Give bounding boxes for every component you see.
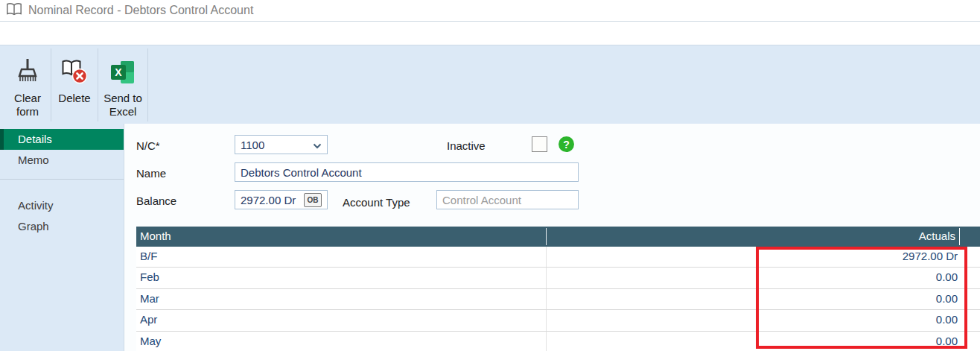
actuals-cell: 0.00 bbox=[936, 271, 958, 283]
sidebar-item-details[interactable]: Details bbox=[0, 129, 124, 150]
balance-input[interactable]: 2972.00 Dr OB bbox=[235, 190, 328, 209]
account-type-value: Control Account bbox=[442, 194, 521, 206]
send-to-excel-label: Send to Excel bbox=[98, 92, 147, 118]
actuals-column-header[interactable]: Actuals bbox=[919, 230, 955, 242]
month-cell: Mar bbox=[140, 292, 159, 305]
send-to-excel-button[interactable]: X Send to Excel bbox=[98, 45, 147, 124]
inactive-label: Inactive bbox=[447, 139, 486, 152]
actuals-cell: 0.00 bbox=[936, 292, 958, 305]
header-spacer bbox=[0, 22, 980, 45]
month-cell: Feb bbox=[140, 271, 159, 283]
svg-text:X: X bbox=[115, 66, 122, 78]
toolbar-separator bbox=[147, 48, 148, 121]
delete-label: Delete bbox=[58, 92, 90, 105]
column-divider bbox=[546, 310, 547, 330]
main-panel: Details Memo Activity Graph N/C* 1100 In… bbox=[0, 124, 980, 351]
opening-balance-button[interactable]: OB bbox=[304, 193, 322, 207]
table-row[interactable]: B/F 2972.00 Dr bbox=[136, 247, 980, 268]
delete-button[interactable]: Delete bbox=[51, 45, 98, 124]
chevron-down-icon[interactable] bbox=[313, 139, 322, 151]
help-question-icon[interactable]: ? bbox=[559, 136, 574, 152]
months-table: Month Actuals B/F 2972.00 Dr Feb 0.00 Ma… bbox=[136, 227, 980, 351]
open-book-icon bbox=[6, 2, 22, 19]
balance-value: 2972.00 Dr bbox=[241, 194, 296, 206]
actuals-cell: 0.00 bbox=[936, 313, 958, 326]
month-cell: Apr bbox=[140, 313, 157, 326]
actuals-cell: 0.00 bbox=[936, 335, 958, 347]
column-divider bbox=[546, 289, 547, 309]
month-cell: May bbox=[140, 335, 161, 347]
table-header: Month Actuals bbox=[136, 227, 980, 247]
account-type-label: Account Type bbox=[343, 196, 410, 209]
table-row[interactable]: Mar 0.00 bbox=[136, 289, 980, 310]
book-delete-icon bbox=[58, 54, 91, 90]
nc-value: 1100 bbox=[241, 139, 264, 151]
actuals-cell: 2972.00 Dr bbox=[903, 250, 958, 262]
table-body: B/F 2972.00 Dr Feb 0.00 Mar 0.00 Apr 0.0… bbox=[136, 247, 980, 351]
nc-combobox[interactable]: 1100 bbox=[235, 135, 328, 154]
toolbar: Clear form Delete X Send to Excel bbox=[0, 45, 980, 124]
name-value: Debtors Control Account bbox=[241, 166, 362, 179]
sidebar-item-activity[interactable]: Activity bbox=[0, 195, 124, 216]
nc-label: N/C* bbox=[136, 139, 160, 152]
name-input[interactable]: Debtors Control Account bbox=[235, 162, 579, 182]
table-row[interactable]: Apr 0.00 bbox=[136, 310, 980, 331]
excel-icon: X bbox=[109, 54, 136, 90]
clear-form-button[interactable]: Clear form bbox=[4, 45, 51, 124]
name-label: Name bbox=[136, 167, 166, 180]
broom-icon bbox=[14, 54, 41, 90]
sidebar: Details Memo Activity Graph bbox=[0, 124, 124, 351]
column-divider bbox=[959, 228, 960, 245]
sidebar-divider bbox=[0, 179, 124, 180]
account-type-field: Control Account bbox=[436, 190, 579, 209]
column-divider bbox=[546, 247, 547, 267]
sidebar-item-graph[interactable]: Graph bbox=[0, 216, 124, 237]
month-cell: B/F bbox=[140, 250, 157, 262]
column-divider bbox=[546, 268, 547, 288]
sidebar-item-memo[interactable]: Memo bbox=[0, 150, 124, 171]
table-row[interactable]: Feb 0.00 bbox=[136, 268, 980, 288]
window-title: Nominal Record - Debtors Control Account bbox=[28, 4, 253, 17]
column-divider bbox=[546, 228, 547, 245]
clear-form-label: Clear form bbox=[4, 92, 51, 118]
column-divider bbox=[546, 332, 547, 351]
table-row[interactable]: May 0.00 bbox=[136, 332, 980, 351]
window-title-bar: Nominal Record - Debtors Control Account bbox=[0, 0, 980, 22]
month-column-header[interactable]: Month bbox=[140, 230, 171, 242]
inactive-checkbox[interactable] bbox=[532, 136, 547, 152]
balance-label: Balance bbox=[136, 195, 176, 207]
